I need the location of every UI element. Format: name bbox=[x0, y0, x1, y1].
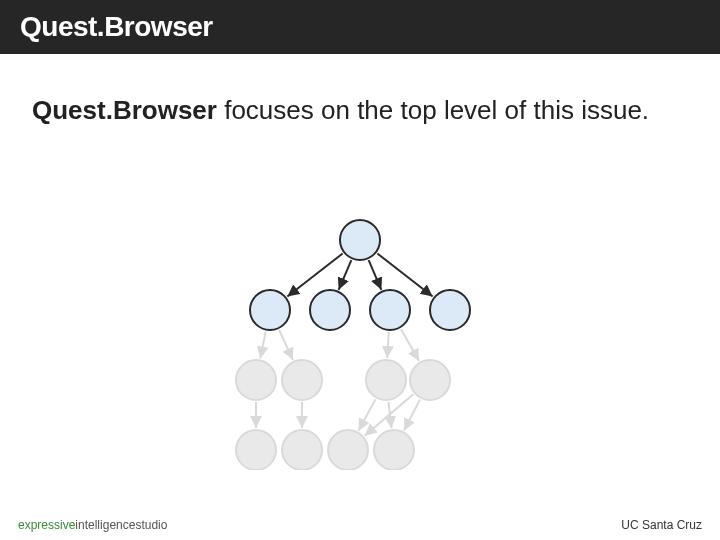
tree-edge bbox=[387, 332, 388, 358]
tree-edge bbox=[401, 329, 419, 361]
tree-node bbox=[340, 220, 380, 260]
tree-node bbox=[410, 360, 450, 400]
tree-edge bbox=[358, 399, 375, 430]
tree-edge bbox=[404, 400, 420, 431]
slide-title: Quest.Browser bbox=[20, 11, 213, 43]
footer-right: UC Santa Cruz bbox=[621, 518, 702, 532]
body-text-strong: Quest.Browser bbox=[32, 95, 217, 125]
body-text: Quest.Browser focuses on the top level o… bbox=[32, 94, 688, 127]
footer-left: expressiveintelligencestudio bbox=[18, 518, 167, 532]
tree-diagram bbox=[210, 210, 510, 470]
tree-edge bbox=[260, 332, 265, 359]
tree-node bbox=[430, 290, 470, 330]
tree-node bbox=[250, 290, 290, 330]
tree-node bbox=[282, 430, 322, 470]
tree-node bbox=[370, 290, 410, 330]
title-bar: Quest.Browser bbox=[0, 0, 720, 54]
footer-word-1: expressive bbox=[18, 518, 75, 532]
tree-node bbox=[310, 290, 350, 330]
tree-node bbox=[282, 360, 322, 400]
footer-word-2: intelligence bbox=[75, 518, 135, 532]
body-text-rest: focuses on the top level of this issue. bbox=[217, 95, 649, 125]
footer-word-3: studio bbox=[135, 518, 167, 532]
tree-node bbox=[328, 430, 368, 470]
tree-node bbox=[366, 360, 406, 400]
tree-svg bbox=[210, 210, 510, 470]
tree-node bbox=[374, 430, 414, 470]
tree-edge bbox=[369, 260, 382, 290]
tree-edge bbox=[339, 260, 352, 290]
footer: expressiveintelligencestudio UC Santa Cr… bbox=[0, 518, 720, 532]
slide-body: Quest.Browser focuses on the top level o… bbox=[0, 54, 720, 127]
tree-edge bbox=[279, 330, 293, 360]
tree-node bbox=[236, 360, 276, 400]
tree-node bbox=[236, 430, 276, 470]
slide: Quest.Browser Quest.Browser focuses on t… bbox=[0, 0, 720, 540]
